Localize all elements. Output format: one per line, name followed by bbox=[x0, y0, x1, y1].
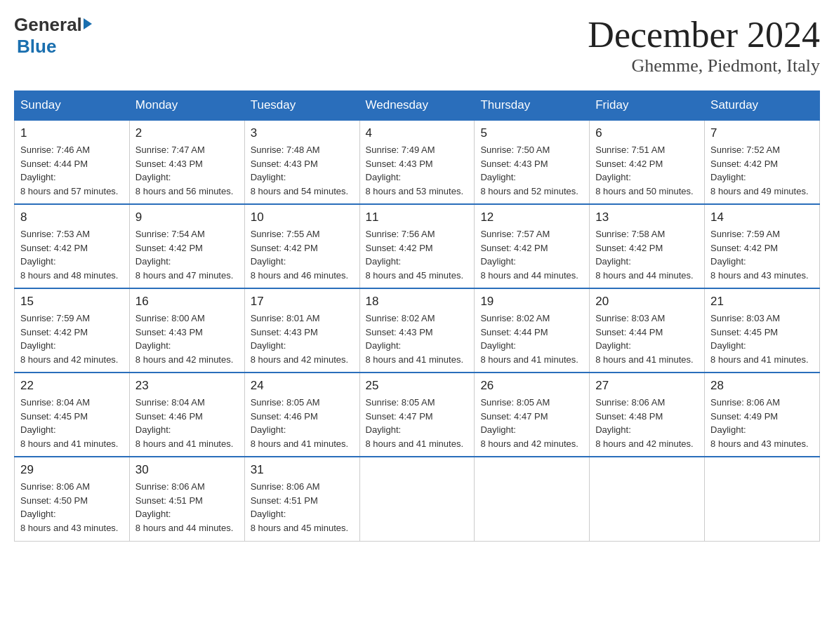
day-number: 16 bbox=[135, 295, 239, 309]
calendar-cell: 2 Sunrise: 7:47 AMSunset: 4:43 PMDayligh… bbox=[129, 120, 244, 204]
day-info: Sunrise: 7:47 AMSunset: 4:43 PMDaylight:… bbox=[135, 143, 239, 198]
weekday-header-monday: Monday bbox=[129, 91, 244, 121]
day-info: Sunrise: 8:03 AMSunset: 4:44 PMDaylight:… bbox=[595, 311, 699, 366]
day-number: 5 bbox=[480, 126, 583, 140]
day-info: Sunrise: 8:02 AMSunset: 4:43 PMDaylight:… bbox=[366, 311, 469, 366]
day-number: 19 bbox=[480, 295, 583, 309]
calendar-cell: 8 Sunrise: 7:53 AMSunset: 4:42 PMDayligh… bbox=[15, 204, 130, 288]
calendar-cell: 24 Sunrise: 8:05 AMSunset: 4:46 PMDaylig… bbox=[244, 373, 359, 457]
day-info: Sunrise: 7:56 AMSunset: 4:42 PMDaylight:… bbox=[366, 227, 469, 282]
day-info: Sunrise: 7:55 AMSunset: 4:42 PMDaylight:… bbox=[251, 227, 354, 282]
day-number: 15 bbox=[20, 295, 124, 309]
day-number: 6 bbox=[595, 126, 699, 140]
weekday-header-saturday: Saturday bbox=[705, 91, 820, 121]
day-info: Sunrise: 7:48 AMSunset: 4:43 PMDaylight:… bbox=[251, 143, 354, 198]
day-number: 7 bbox=[710, 126, 814, 140]
day-info: Sunrise: 8:05 AMSunset: 4:47 PMDaylight:… bbox=[480, 396, 583, 450]
calendar-title: December 2024 bbox=[588, 14, 820, 55]
day-info: Sunrise: 7:50 AMSunset: 4:43 PMDaylight:… bbox=[480, 143, 583, 198]
day-info: Sunrise: 7:51 AMSunset: 4:42 PMDaylight:… bbox=[595, 143, 699, 198]
calendar-cell: 25 Sunrise: 8:05 AMSunset: 4:47 PMDaylig… bbox=[359, 373, 475, 457]
logo-arrow-icon bbox=[84, 18, 92, 29]
day-number: 26 bbox=[480, 379, 583, 393]
calendar-cell: 10 Sunrise: 7:55 AMSunset: 4:42 PMDaylig… bbox=[244, 204, 359, 288]
calendar-cell: 4 Sunrise: 7:49 AMSunset: 4:43 PMDayligh… bbox=[359, 120, 475, 204]
day-info: Sunrise: 7:53 AMSunset: 4:42 PMDaylight:… bbox=[20, 227, 124, 282]
page-header: General Blue December 2024 Ghemme, Piedm… bbox=[14, 14, 820, 76]
day-number: 20 bbox=[595, 295, 699, 309]
day-info: Sunrise: 8:06 AMSunset: 4:50 PMDaylight:… bbox=[20, 480, 124, 535]
calendar-week-1: 1 Sunrise: 7:46 AMSunset: 4:44 PMDayligh… bbox=[15, 120, 820, 204]
calendar-cell: 23 Sunrise: 8:04 AMSunset: 4:46 PMDaylig… bbox=[129, 373, 244, 457]
title-area: December 2024 Ghemme, Piedmont, Italy bbox=[588, 14, 820, 76]
logo-blue: Blue bbox=[17, 36, 56, 58]
day-info: Sunrise: 8:06 AMSunset: 4:51 PMDaylight:… bbox=[135, 480, 239, 535]
calendar-cell: 6 Sunrise: 7:51 AMSunset: 4:42 PMDayligh… bbox=[590, 120, 705, 204]
calendar-cell: 9 Sunrise: 7:54 AMSunset: 4:42 PMDayligh… bbox=[129, 204, 244, 288]
day-info: Sunrise: 7:54 AMSunset: 4:42 PMDaylight:… bbox=[135, 227, 239, 282]
calendar-cell: 30 Sunrise: 8:06 AMSunset: 4:51 PMDaylig… bbox=[129, 457, 244, 541]
weekday-header-row: SundayMondayTuesdayWednesdayThursdayFrid… bbox=[15, 91, 820, 121]
day-number: 4 bbox=[366, 126, 469, 140]
day-info: Sunrise: 8:06 AMSunset: 4:48 PMDaylight:… bbox=[595, 396, 699, 450]
calendar-cell: 7 Sunrise: 7:52 AMSunset: 4:42 PMDayligh… bbox=[705, 120, 820, 204]
day-number: 12 bbox=[480, 210, 583, 224]
day-number: 29 bbox=[20, 463, 124, 477]
weekday-header-thursday: Thursday bbox=[475, 91, 590, 121]
day-info: Sunrise: 7:49 AMSunset: 4:43 PMDaylight:… bbox=[366, 143, 469, 198]
calendar-cell: 19 Sunrise: 8:02 AMSunset: 4:44 PMDaylig… bbox=[475, 288, 590, 373]
day-info: Sunrise: 7:57 AMSunset: 4:42 PMDaylight:… bbox=[480, 227, 583, 282]
day-info: Sunrise: 8:05 AMSunset: 4:47 PMDaylight:… bbox=[366, 396, 469, 450]
calendar-cell bbox=[705, 457, 820, 541]
calendar-cell: 21 Sunrise: 8:03 AMSunset: 4:45 PMDaylig… bbox=[705, 288, 820, 373]
calendar-cell: 20 Sunrise: 8:03 AMSunset: 4:44 PMDaylig… bbox=[590, 288, 705, 373]
day-info: Sunrise: 8:03 AMSunset: 4:45 PMDaylight:… bbox=[710, 311, 814, 366]
calendar-cell: 28 Sunrise: 8:06 AMSunset: 4:49 PMDaylig… bbox=[705, 373, 820, 457]
day-number: 8 bbox=[20, 210, 124, 224]
day-info: Sunrise: 8:06 AMSunset: 4:51 PMDaylight:… bbox=[251, 480, 354, 535]
calendar-subtitle: Ghemme, Piedmont, Italy bbox=[588, 55, 820, 76]
day-number: 11 bbox=[366, 210, 469, 224]
weekday-header-sunday: Sunday bbox=[15, 91, 130, 121]
calendar-week-2: 8 Sunrise: 7:53 AMSunset: 4:42 PMDayligh… bbox=[15, 204, 820, 288]
calendar-cell: 26 Sunrise: 8:05 AMSunset: 4:47 PMDaylig… bbox=[475, 373, 590, 457]
day-number: 24 bbox=[251, 379, 354, 393]
calendar-cell: 12 Sunrise: 7:57 AMSunset: 4:42 PMDaylig… bbox=[475, 204, 590, 288]
calendar-cell: 13 Sunrise: 7:58 AMSunset: 4:42 PMDaylig… bbox=[590, 204, 705, 288]
calendar-cell: 31 Sunrise: 8:06 AMSunset: 4:51 PMDaylig… bbox=[244, 457, 359, 541]
calendar-cell: 3 Sunrise: 7:48 AMSunset: 4:43 PMDayligh… bbox=[244, 120, 359, 204]
calendar-cell: 29 Sunrise: 8:06 AMSunset: 4:50 PMDaylig… bbox=[15, 457, 130, 541]
day-info: Sunrise: 7:46 AMSunset: 4:44 PMDaylight:… bbox=[20, 143, 124, 198]
day-number: 28 bbox=[710, 379, 814, 393]
weekday-header-friday: Friday bbox=[590, 91, 705, 121]
day-info: Sunrise: 8:02 AMSunset: 4:44 PMDaylight:… bbox=[480, 311, 583, 366]
calendar-week-5: 29 Sunrise: 8:06 AMSunset: 4:50 PMDaylig… bbox=[15, 457, 820, 541]
day-info: Sunrise: 8:00 AMSunset: 4:43 PMDaylight:… bbox=[135, 311, 239, 366]
calendar-cell: 16 Sunrise: 8:00 AMSunset: 4:43 PMDaylig… bbox=[129, 288, 244, 373]
day-info: Sunrise: 8:01 AMSunset: 4:43 PMDaylight:… bbox=[251, 311, 354, 366]
day-number: 22 bbox=[20, 379, 124, 393]
day-number: 9 bbox=[135, 210, 239, 224]
calendar-week-3: 15 Sunrise: 7:59 AMSunset: 4:42 PMDaylig… bbox=[15, 288, 820, 373]
calendar-cell: 1 Sunrise: 7:46 AMSunset: 4:44 PMDayligh… bbox=[15, 120, 130, 204]
calendar-cell: 5 Sunrise: 7:50 AMSunset: 4:43 PMDayligh… bbox=[475, 120, 590, 204]
day-number: 1 bbox=[20, 126, 124, 140]
day-number: 31 bbox=[251, 463, 354, 477]
day-number: 23 bbox=[135, 379, 239, 393]
calendar-body: 1 Sunrise: 7:46 AMSunset: 4:44 PMDayligh… bbox=[15, 120, 820, 541]
calendar-cell: 22 Sunrise: 8:04 AMSunset: 4:45 PMDaylig… bbox=[15, 373, 130, 457]
day-number: 27 bbox=[595, 379, 699, 393]
day-info: Sunrise: 7:52 AMSunset: 4:42 PMDaylight:… bbox=[710, 143, 814, 198]
calendar-week-4: 22 Sunrise: 8:04 AMSunset: 4:45 PMDaylig… bbox=[15, 373, 820, 457]
calendar-cell: 18 Sunrise: 8:02 AMSunset: 4:43 PMDaylig… bbox=[359, 288, 475, 373]
calendar-cell: 17 Sunrise: 8:01 AMSunset: 4:43 PMDaylig… bbox=[244, 288, 359, 373]
day-number: 3 bbox=[251, 126, 354, 140]
calendar-cell: 27 Sunrise: 8:06 AMSunset: 4:48 PMDaylig… bbox=[590, 373, 705, 457]
calendar-cell bbox=[475, 457, 590, 541]
day-info: Sunrise: 7:58 AMSunset: 4:42 PMDaylight:… bbox=[595, 227, 699, 282]
day-number: 30 bbox=[135, 463, 239, 477]
day-number: 10 bbox=[251, 210, 354, 224]
calendar-cell: 11 Sunrise: 7:56 AMSunset: 4:42 PMDaylig… bbox=[359, 204, 475, 288]
logo: General Blue bbox=[14, 14, 92, 58]
day-number: 2 bbox=[135, 126, 239, 140]
